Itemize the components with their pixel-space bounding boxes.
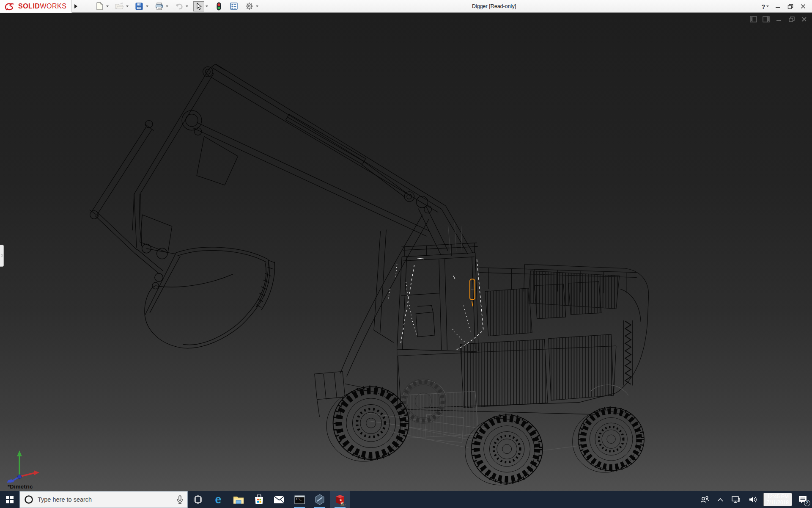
- restore-button[interactable]: [785, 1, 796, 12]
- chevron-down-icon: [256, 6, 258, 7]
- new-document-button[interactable]: [94, 1, 105, 11]
- options-dropdown[interactable]: [255, 1, 259, 11]
- composer-hexagon-button[interactable]: [310, 491, 330, 508]
- screen: SOLIDWORKS: [0, 0, 812, 508]
- digger-wireframe-model[interactable]: [0, 13, 812, 491]
- solidworks-2017-button[interactable]: S W 2017: [330, 491, 350, 508]
- undo-icon: [175, 3, 183, 10]
- start-button[interactable]: [0, 491, 19, 508]
- clock[interactable]: 12:45 PM 7/11/2018: [763, 493, 793, 506]
- edge-icon: e: [215, 494, 221, 505]
- triangle-right-icon: [74, 4, 77, 8]
- chevron-down-icon: [186, 6, 188, 7]
- minimize-button[interactable]: [772, 1, 783, 12]
- open-folder-icon: [115, 3, 124, 10]
- boom-arm[interactable]: [90, 64, 473, 376]
- restore-icon: [787, 4, 793, 9]
- tray-time: 12:45 PM: [767, 494, 789, 500]
- chevron-up-icon: [717, 498, 723, 502]
- volume-button[interactable]: [746, 491, 760, 508]
- cab[interactable]: [374, 223, 478, 352]
- help-button[interactable]: ?: [760, 1, 771, 12]
- gear-icon: [245, 2, 253, 10]
- document-window-controls: [750, 16, 808, 22]
- view-orientation-label: *Dimetric: [8, 483, 33, 490]
- notification-count-badge: 2: [804, 500, 810, 506]
- undo-dropdown[interactable]: [184, 1, 189, 11]
- system-tray: 12:45 PM 7/11/2018 2: [698, 491, 812, 508]
- windows-taskbar: e C:\_: [0, 491, 812, 508]
- undo-button[interactable]: [173, 1, 184, 11]
- file-explorer-icon: [233, 495, 244, 504]
- solidworks-logo: SOLIDWORKS: [0, 0, 72, 13]
- command-prompt-icon: C:\_: [294, 495, 305, 504]
- show-right-pane-icon: [763, 16, 770, 22]
- chevron-down-icon: [126, 6, 129, 7]
- chevron-down-icon: [146, 6, 148, 7]
- highlighted-edges[interactable]: [388, 258, 483, 350]
- new-document-icon: [96, 2, 103, 10]
- select-cursor-icon: [196, 3, 202, 10]
- tray-date: 7/11/2018: [767, 500, 789, 505]
- network-icon: [731, 496, 741, 503]
- search-input[interactable]: [38, 496, 173, 503]
- quick-access-toolbar: [94, 1, 263, 11]
- network-button[interactable]: [729, 491, 743, 508]
- toolbar-expand-button[interactable]: [72, 1, 80, 12]
- open-button[interactable]: [114, 1, 125, 11]
- graphics-viewport[interactable]: *Dimetric: [0, 13, 812, 491]
- options-button[interactable]: [244, 1, 255, 11]
- store-icon: [254, 494, 264, 505]
- chevron-down-icon: [206, 6, 208, 7]
- bucket[interactable]: [134, 244, 275, 348]
- help-label: ?: [761, 3, 765, 10]
- doc-restore-button[interactable]: [788, 16, 795, 22]
- command-options-button[interactable]: [228, 1, 239, 11]
- show-left-pane-button[interactable]: [750, 16, 757, 22]
- microphone-icon[interactable]: [177, 495, 183, 504]
- select-dropdown[interactable]: [204, 1, 209, 11]
- taskbar-search[interactable]: [19, 491, 188, 508]
- microsoft-store-button[interactable]: [249, 491, 269, 508]
- chevron-down-icon: [166, 6, 168, 7]
- print-dropdown[interactable]: [165, 1, 169, 11]
- save-dropdown[interactable]: [145, 1, 149, 11]
- mail-button[interactable]: [269, 491, 289, 508]
- windows-logo-icon: [6, 496, 14, 503]
- solidworks-app-icon: S W 2017: [334, 494, 346, 505]
- command-prompt-button[interactable]: C:\_: [289, 491, 310, 508]
- open-dropdown[interactable]: [125, 1, 129, 11]
- tray-overflow-button[interactable]: [715, 491, 725, 508]
- close-icon: [801, 4, 806, 9]
- task-view-button[interactable]: [188, 491, 208, 508]
- file-explorer-button[interactable]: [228, 491, 249, 508]
- cortana-icon: [24, 495, 33, 504]
- edge-browser-button[interactable]: e: [208, 491, 228, 508]
- rebuild-button[interactable]: [213, 1, 224, 11]
- main-toolbar: SOLIDWORKS: [0, 0, 812, 13]
- print-button[interactable]: [154, 1, 165, 11]
- hexagon-app-icon: [315, 494, 325, 505]
- restore-icon: [788, 16, 795, 22]
- x-axis-arrow: [34, 470, 39, 475]
- brand-text: SOLIDWORKS: [18, 3, 66, 10]
- people-button[interactable]: [698, 491, 711, 508]
- speaker-icon: [749, 496, 757, 503]
- task-view-icon: [193, 495, 203, 504]
- doc-minimize-button[interactable]: [775, 16, 782, 22]
- y-axis-arrow: [17, 450, 22, 456]
- list-icon: [230, 3, 238, 10]
- save-icon: [135, 3, 143, 10]
- action-center-button[interactable]: 2: [796, 491, 809, 508]
- show-right-pane-button[interactable]: [763, 16, 770, 22]
- close-button[interactable]: [798, 1, 809, 12]
- engine-body[interactable]: [397, 264, 649, 414]
- new-document-dropdown[interactable]: [105, 1, 110, 11]
- save-button[interactable]: [134, 1, 145, 11]
- selected-edge[interactable]: [470, 279, 475, 306]
- doc-close-button[interactable]: [801, 16, 808, 22]
- window-controls: ?: [760, 0, 809, 13]
- select-button[interactable]: [193, 1, 204, 11]
- traffic-light-icon: [217, 2, 221, 11]
- people-icon: [700, 496, 709, 503]
